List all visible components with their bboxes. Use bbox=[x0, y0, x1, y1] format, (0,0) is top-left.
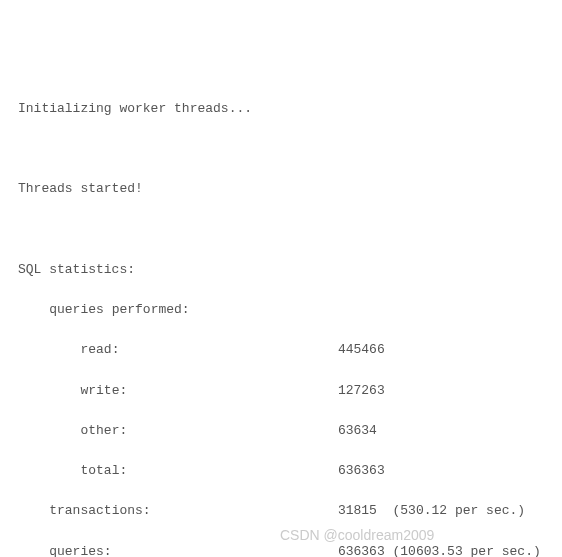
queries-row: queries: 636363 (10603.53 per sec.) bbox=[18, 542, 544, 557]
value: 31815 bbox=[338, 503, 377, 518]
value: 63634 bbox=[338, 423, 377, 438]
label: total: bbox=[80, 463, 127, 478]
value: 445466 bbox=[338, 342, 385, 357]
label: read: bbox=[80, 342, 119, 357]
value: 636363 bbox=[338, 463, 385, 478]
label: other: bbox=[80, 423, 127, 438]
read-row: read: 445466 bbox=[18, 340, 544, 360]
write-row: write: 127263 bbox=[18, 381, 544, 401]
transactions-row: transactions: 31815 (530.12 per sec.) bbox=[18, 501, 544, 521]
queries-performed: queries performed: bbox=[18, 300, 544, 320]
value: 127263 bbox=[338, 383, 385, 398]
init-line: Initializing worker threads... bbox=[18, 99, 544, 119]
label: write: bbox=[80, 383, 127, 398]
value: 636363 bbox=[338, 544, 385, 557]
other-row: other: 63634 bbox=[18, 421, 544, 441]
label: transactions: bbox=[49, 503, 150, 518]
total-row: total: 636363 bbox=[18, 461, 544, 481]
started-line: Threads started! bbox=[18, 179, 544, 199]
rate: (530.12 per sec.) bbox=[393, 503, 526, 518]
sql-title: SQL statistics: bbox=[18, 260, 544, 280]
label: queries performed: bbox=[49, 302, 189, 317]
rate: (10603.53 per sec.) bbox=[393, 544, 541, 557]
blank bbox=[18, 219, 544, 239]
blank bbox=[18, 139, 544, 159]
label: queries: bbox=[49, 544, 111, 557]
